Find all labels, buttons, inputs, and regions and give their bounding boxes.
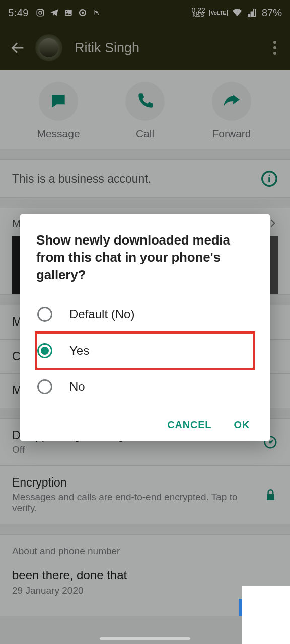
cancel-button[interactable]: CANCEL xyxy=(167,419,211,431)
radio-icon xyxy=(37,379,52,394)
ok-button[interactable]: OK xyxy=(234,419,250,431)
radio-label: No xyxy=(69,380,85,394)
radio-label: Yes xyxy=(69,344,89,358)
radio-icon xyxy=(37,343,52,358)
cropped-overlay xyxy=(242,586,290,644)
nav-indicator xyxy=(100,637,190,640)
screen: 5:49 0.22 KB/S VoLTE 87% Ritik Singh xyxy=(0,0,290,644)
radio-option-default[interactable]: Default (No) xyxy=(36,296,254,333)
radio-option-yes[interactable]: Yes xyxy=(36,333,254,369)
radio-label: Default (No) xyxy=(69,307,134,321)
radio-icon xyxy=(37,307,52,322)
dialog-title: Show newly downloaded media from this ch… xyxy=(36,231,254,283)
media-visibility-dialog: Show newly downloaded media from this ch… xyxy=(20,214,270,441)
radio-option-no[interactable]: No xyxy=(36,369,254,405)
